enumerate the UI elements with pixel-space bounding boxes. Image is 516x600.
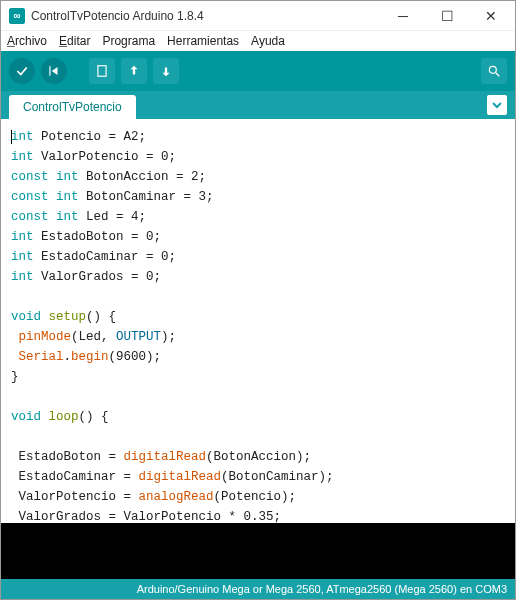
code-token: int bbox=[11, 130, 34, 144]
menu-programa[interactable]: Programa bbox=[102, 34, 155, 48]
open-button[interactable] bbox=[121, 58, 147, 84]
close-button[interactable]: ✕ bbox=[469, 2, 513, 30]
menu-archivo[interactable]: Archivo bbox=[7, 34, 47, 48]
titlebar: ∞ ControlTvPotencio Arduino 1.8.4 ─ ☐ ✕ bbox=[1, 1, 515, 31]
toolbar bbox=[1, 51, 515, 91]
code-editor[interactable]: int Potencio = A2; int ValorPotencio = 0… bbox=[1, 119, 515, 523]
serial-monitor-button[interactable] bbox=[481, 58, 507, 84]
menubar: Archivo Editar Programa Herramientas Ayu… bbox=[1, 31, 515, 51]
svg-rect-0 bbox=[98, 66, 106, 77]
board-status: Arduino/Genuino Mega or Mega 2560, ATmeg… bbox=[137, 583, 507, 595]
new-button[interactable] bbox=[89, 58, 115, 84]
tab-menu-button[interactable] bbox=[487, 95, 507, 115]
window-title: ControlTvPotencio Arduino 1.8.4 bbox=[31, 9, 381, 23]
console-output[interactable] bbox=[1, 523, 515, 579]
arduino-app-icon: ∞ bbox=[9, 8, 25, 24]
statusbar: Arduino/Genuino Mega or Mega 2560, ATmeg… bbox=[1, 579, 515, 599]
upload-button[interactable] bbox=[41, 58, 67, 84]
menu-editar[interactable]: Editar bbox=[59, 34, 90, 48]
minimize-button[interactable]: ─ bbox=[381, 2, 425, 30]
svg-point-1 bbox=[489, 66, 496, 73]
tab-sketch[interactable]: ControlTvPotencio bbox=[9, 95, 136, 119]
tabbar: ControlTvPotencio bbox=[1, 91, 515, 119]
menu-ayuda[interactable]: Ayuda bbox=[251, 34, 285, 48]
menu-herramientas[interactable]: Herramientas bbox=[167, 34, 239, 48]
maximize-button[interactable]: ☐ bbox=[425, 2, 469, 30]
save-button[interactable] bbox=[153, 58, 179, 84]
svg-line-2 bbox=[496, 73, 500, 77]
verify-button[interactable] bbox=[9, 58, 35, 84]
